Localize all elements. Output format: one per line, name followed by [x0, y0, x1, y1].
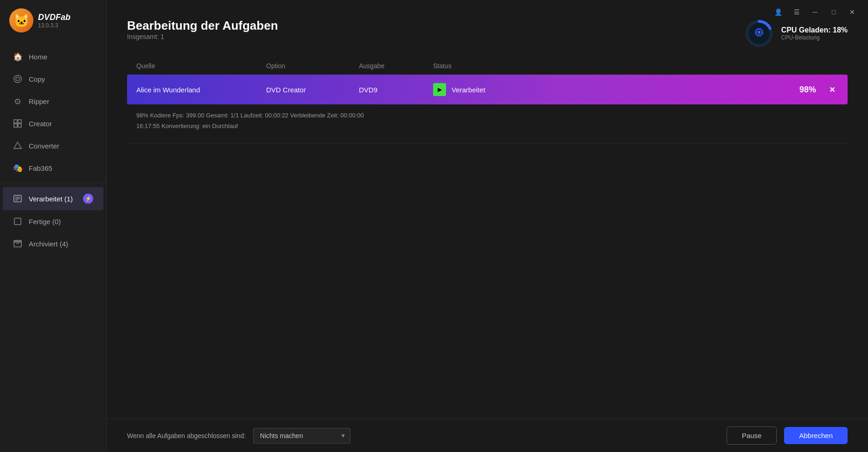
svg-rect-2: [14, 120, 17, 123]
close-row-button[interactable]: ✕: [825, 83, 838, 96]
play-icon: ▶: [433, 83, 446, 96]
progress-percent: 98%: [799, 85, 816, 95]
sidebar-item-archiviert-label: Archiviert (4): [29, 240, 68, 248]
logo-icon: 🐱: [9, 8, 33, 32]
table-body: Alice im Wunderland DVD Creator DVD9 ▶ V…: [127, 75, 848, 143]
svg-rect-11: [14, 218, 21, 225]
bottom-label: Wenn alle Aufgaben abgeschlossen sind:: [127, 432, 246, 439]
sidebar-item-verarbeitet-label: Verarbeitet (1): [29, 195, 73, 203]
app-name: DVDFab: [38, 13, 70, 22]
separator: [127, 143, 848, 143]
minimize-button[interactable]: ─: [807, 6, 823, 19]
sidebar-item-fertige[interactable]: Fertige (0): [3, 210, 103, 232]
profile-icon: 👤: [774, 8, 782, 16]
sidebar-item-copy[interactable]: Copy: [3, 68, 103, 90]
sidebar-item-converter-label: Converter: [29, 142, 59, 150]
detail-text-2: 16:17:55 Konvertierung: ein Durchlauf: [136, 121, 238, 131]
page-title: Bearbeitung der Aufgaben: [127, 19, 278, 33]
svg-marker-6: [14, 142, 21, 149]
sidebar-item-fab365-label: Fab365: [29, 164, 52, 172]
svg-rect-5: [18, 124, 21, 127]
cancel-button[interactable]: Abbrechen: [784, 427, 848, 444]
status-text: Verarbeitet: [452, 86, 485, 94]
sidebar-item-ripper-label: Ripper: [29, 97, 49, 105]
completion-action-dropdown[interactable]: Nichts machen Computer herunterfahren Ru…: [253, 428, 351, 444]
titlebar: 👤 ☰ ─ □ ✕: [762, 0, 868, 24]
detail-text-1: 98% Kodiere Fps: 399.00 Gesamt: 1/1 Lauf…: [136, 110, 364, 121]
main-content: 👤 ☰ ─ □ ✕ Bearbeitung der Aufgaben Insge…: [107, 0, 868, 452]
task-status-area: ▶ Verarbeitet 98% ✕: [433, 83, 838, 96]
task-status: ▶ Verarbeitet: [433, 83, 485, 96]
content-area: Bearbeitung der Aufgaben Insgesamt: 1: [107, 0, 868, 419]
sidebar-nav: 🏠 Home Copy ⊙ Ripper: [0, 45, 106, 452]
sidebar-item-fertige-label: Fertige (0): [29, 218, 61, 226]
task-output: DVD9: [359, 86, 433, 94]
cpu-info: CPU Geladen: 18% CPU-Belastung: [781, 26, 848, 41]
maximize-button[interactable]: □: [825, 6, 842, 19]
cpu-sublabel: CPU-Belastung: [781, 34, 848, 41]
ripper-icon: ⊙: [13, 97, 22, 106]
converter-icon: [13, 141, 22, 150]
sidebar-item-home-label: Home: [29, 53, 47, 61]
sidebar-item-ripper[interactable]: ⊙ Ripper: [3, 90, 103, 112]
col-source: Quelle: [136, 62, 266, 70]
copy-icon: [13, 74, 22, 84]
menu-icon: ☰: [794, 8, 800, 16]
home-icon: 🏠: [13, 52, 22, 61]
nav-divider: [0, 183, 106, 183]
verarbeitet-icon: [13, 194, 22, 203]
sidebar-item-creator-label: Creator: [29, 120, 52, 128]
table-row[interactable]: Alice im Wunderland DVD Creator DVD9 ▶ V…: [127, 75, 848, 104]
sidebar-item-archiviert[interactable]: Archiviert (4): [3, 232, 103, 255]
lightning-badge: ⚡: [83, 194, 93, 204]
maximize-icon: □: [832, 8, 836, 16]
menu-button[interactable]: ☰: [788, 6, 805, 19]
fertige-icon: [13, 217, 22, 226]
cpu-label: CPU Geladen: 18%: [781, 26, 848, 34]
total-label: Insgesamt: 1: [127, 33, 278, 40]
task-details: 98% Kodiere Fps: 399.00 Gesamt: 1/1 Lauf…: [127, 104, 848, 136]
task-detail-line-1: 98% Kodiere Fps: 399.00 Gesamt: 1/1 Lauf…: [136, 110, 838, 121]
svg-point-1: [16, 77, 19, 81]
pause-button[interactable]: Pause: [727, 426, 777, 445]
profile-button[interactable]: 👤: [770, 6, 786, 19]
close-icon: ✕: [849, 8, 855, 16]
table-header: Quelle Option Ausgabe Status: [127, 58, 848, 75]
page-header: Bearbeitung der Aufgaben Insgesamt: 1: [127, 19, 848, 48]
svg-point-0: [14, 75, 21, 83]
svg-rect-3: [18, 120, 21, 123]
archiviert-icon: [13, 239, 22, 248]
sidebar-item-fab365[interactable]: 🎭 Fab365: [3, 157, 103, 179]
task-option: DVD Creator: [266, 86, 359, 94]
bottom-bar: Wenn alle Aufgaben abgeschlossen sind: N…: [107, 419, 868, 452]
minimize-icon: ─: [813, 8, 817, 16]
app-logo: 🐱 DVDFab 13.0.3.3: [0, 0, 106, 41]
sidebar-item-copy-label: Copy: [29, 75, 45, 83]
svg-rect-18: [758, 31, 760, 34]
fab365-icon: 🎭: [13, 163, 22, 173]
svg-rect-4: [14, 124, 17, 127]
col-output: Ausgabe: [359, 62, 433, 70]
close-button[interactable]: ✕: [844, 6, 861, 19]
sidebar-item-converter[interactable]: Converter: [3, 135, 103, 157]
creator-icon: [13, 119, 22, 128]
dropdown-wrapper: Nichts machen Computer herunterfahren Ru…: [253, 428, 351, 444]
sidebar-item-creator[interactable]: Creator: [3, 112, 103, 135]
task-detail-line-2: 16:17:55 Konvertierung: ein Durchlauf: [136, 121, 838, 131]
sidebar: 🐱 DVDFab 13.0.3.3 🏠 Home Copy ⊙ Ripper: [0, 0, 107, 452]
sidebar-item-home[interactable]: 🏠 Home: [3, 45, 103, 68]
col-option: Option: [266, 62, 359, 70]
task-source: Alice im Wunderland: [136, 86, 266, 94]
col-status: Status: [433, 62, 838, 70]
app-version: 13.0.3.3: [38, 22, 70, 29]
sidebar-item-verarbeitet[interactable]: Verarbeitet (1) ⚡: [3, 187, 103, 210]
cpu-icon: [754, 27, 764, 40]
